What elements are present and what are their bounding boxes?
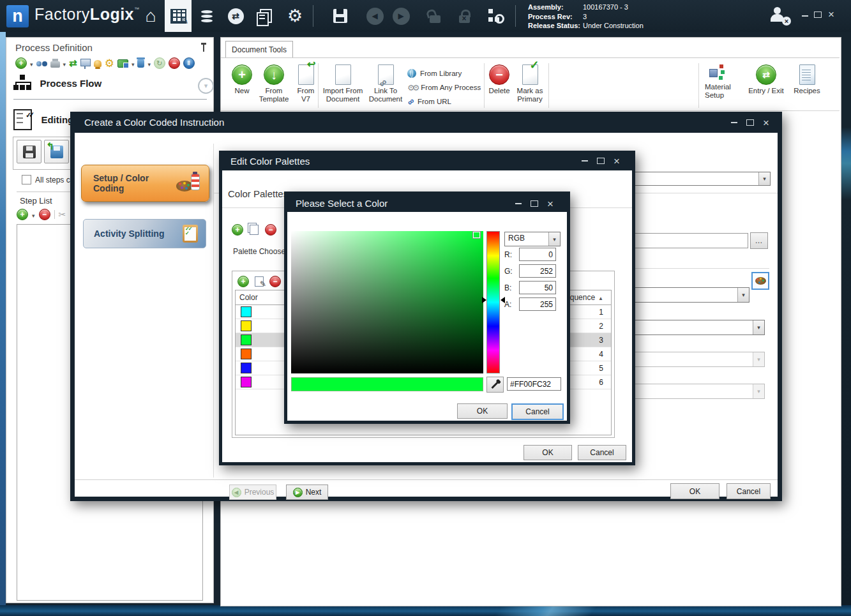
delete-document-button[interactable]: Delete xyxy=(486,64,512,109)
save-step-button[interactable] xyxy=(17,140,41,163)
link-to-document-button[interactable]: Link To Document xyxy=(366,64,405,109)
ok-button[interactable]: OK xyxy=(457,403,508,419)
logout-button[interactable]: × xyxy=(769,7,788,24)
pin-button[interactable] xyxy=(200,43,207,53)
browse-button[interactable]: … xyxy=(750,232,768,249)
color-column-header[interactable]: Color xyxy=(239,293,258,302)
color-mode-combobox[interactable]: RGB xyxy=(504,232,561,246)
ok-button[interactable]: OK xyxy=(670,483,719,499)
chevron-down-icon[interactable] xyxy=(63,57,66,69)
cancel-button[interactable]: Cancel xyxy=(727,483,771,499)
alert-bell-icon[interactable] xyxy=(94,60,102,67)
all-steps-checkbox[interactable] xyxy=(22,175,31,184)
refresh-icon[interactable] xyxy=(154,57,165,69)
cut-icon[interactable] xyxy=(59,209,66,220)
step-setup-color-coding-button[interactable]: Setup / Color Coding xyxy=(81,165,209,202)
button-label: Entry / Exit xyxy=(748,87,784,95)
r-input[interactable] xyxy=(519,248,556,261)
reorder-icon[interactable] xyxy=(69,57,77,69)
import-from-document-button[interactable]: Import From Document xyxy=(321,64,365,109)
next-button[interactable]: ▶ Next xyxy=(286,485,328,500)
minimize-button[interactable] xyxy=(513,199,524,209)
add-color-button[interactable] xyxy=(237,276,249,287)
from-library-button[interactable]: From Library xyxy=(407,66,481,80)
editing-section[interactable]: Editing - xyxy=(13,109,79,130)
add-process-button[interactable] xyxy=(15,57,27,69)
recipes-button[interactable]: Recipes xyxy=(791,64,823,109)
g-input[interactable] xyxy=(519,264,556,278)
eyedropper-button[interactable] xyxy=(486,377,504,393)
process-settings-icon[interactable] xyxy=(105,57,114,70)
save-publish-button[interactable] xyxy=(44,140,69,163)
remove-color-button[interactable] xyxy=(269,276,281,287)
maximize-button[interactable] xyxy=(529,199,540,209)
copy-palette-button[interactable] xyxy=(250,225,259,235)
edit-color-button[interactable] xyxy=(255,276,264,287)
edit-palettes-button[interactable] xyxy=(751,272,769,290)
minimize-button[interactable] xyxy=(728,117,740,128)
entry-exit-button[interactable]: Entry / Exit xyxy=(746,64,786,109)
maximize-button[interactable] xyxy=(744,117,756,128)
pause-icon[interactable] xyxy=(183,57,195,69)
print-icon[interactable] xyxy=(50,61,60,68)
reports-button[interactable] xyxy=(252,0,279,32)
unlock-button[interactable] xyxy=(421,0,448,32)
ok-button[interactable]: OK xyxy=(523,445,572,460)
cancel-button[interactable]: Cancel xyxy=(511,403,564,420)
add-palette-button[interactable] xyxy=(232,224,243,236)
media-icon[interactable] xyxy=(117,59,128,68)
cancel-button[interactable]: Cancel xyxy=(578,445,626,460)
close-button[interactable] xyxy=(760,117,772,128)
home-button[interactable] xyxy=(137,0,164,32)
minimize-button[interactable] xyxy=(799,11,811,21)
download-circle-icon xyxy=(264,64,284,85)
settings-button[interactable] xyxy=(282,0,308,32)
chevron-down-icon[interactable] xyxy=(30,57,33,69)
process-flow-section[interactable]: Process Flow xyxy=(13,75,102,92)
chevron-down-icon[interactable] xyxy=(147,57,151,69)
chevron-down-icon[interactable] xyxy=(132,57,135,69)
tab-strip-line xyxy=(221,57,840,58)
data-import-button[interactable] xyxy=(193,0,220,32)
from-template-button[interactable]: From Template xyxy=(256,64,292,109)
hue-slider[interactable] xyxy=(486,231,500,373)
back-button[interactable] xyxy=(361,0,388,32)
save-button[interactable] xyxy=(327,0,354,32)
forward-button[interactable] xyxy=(388,0,414,32)
add-step-button[interactable] xyxy=(17,209,28,220)
saturation-value-area[interactable] xyxy=(291,231,483,373)
remove-icon[interactable] xyxy=(169,57,180,69)
step-activity-splitting-button[interactable]: Activity Splitting xyxy=(83,219,206,248)
process-documents-button[interactable] xyxy=(165,0,192,32)
button-label: OK xyxy=(477,407,488,416)
material-setup-button[interactable]: Material Setup xyxy=(705,64,742,109)
mark-as-primary-button[interactable]: Mark as Primary xyxy=(513,64,546,109)
close-button[interactable] xyxy=(611,156,622,166)
user-logout-icon: × xyxy=(769,7,788,24)
audit-trail-button[interactable] xyxy=(483,0,509,32)
delete-palette-button[interactable] xyxy=(265,224,276,236)
close-button[interactable] xyxy=(825,9,837,19)
new-document-button[interactable]: New xyxy=(229,64,255,109)
lock-button[interactable] xyxy=(451,0,478,32)
tab-document-tools[interactable]: Document Tools xyxy=(225,41,293,58)
a-input[interactable] xyxy=(519,297,556,311)
maximize-button[interactable] xyxy=(595,156,606,166)
minimize-button[interactable] xyxy=(579,156,591,166)
b-input[interactable] xyxy=(519,281,556,294)
maximize-button[interactable] xyxy=(812,10,824,20)
from-v7-button[interactable]: From V7 xyxy=(293,64,319,109)
dialog-controls xyxy=(579,156,622,166)
sync-button[interactable] xyxy=(222,0,249,32)
from-any-process-button[interactable]: From Any Process xyxy=(407,80,481,94)
trash-icon[interactable] xyxy=(137,59,144,68)
dialog-body: RGB R: G: B: A: OK Cancel xyxy=(287,212,567,421)
from-url-button[interactable]: From URL xyxy=(407,94,481,109)
close-button[interactable] xyxy=(545,199,556,209)
remove-step-button[interactable] xyxy=(39,209,50,220)
find-icon[interactable] xyxy=(36,61,47,66)
presentation-icon[interactable] xyxy=(80,59,91,66)
hex-input[interactable] xyxy=(507,377,561,391)
chevron-down-icon[interactable] xyxy=(32,209,35,220)
collapse-button[interactable] xyxy=(198,78,214,94)
